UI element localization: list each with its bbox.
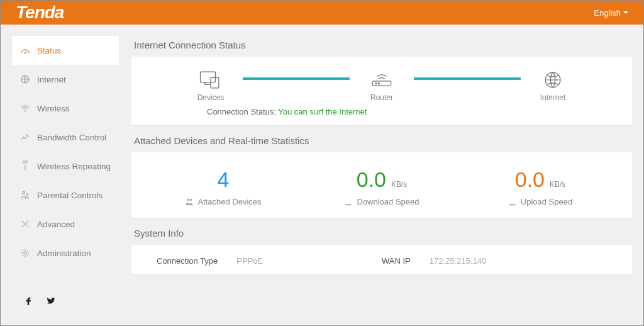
stat-download: 0.0 KB/s Download Speed	[303, 167, 461, 206]
brand-logo: Tenda	[16, 3, 64, 23]
gauge-icon	[19, 45, 31, 56]
svg-point-10	[379, 83, 380, 84]
section-title-stats: Attached Devices and Real-time Statistic…	[134, 135, 632, 146]
topology-diagram: Devices Router Internet	[144, 65, 619, 103]
topology-link-1	[243, 77, 350, 80]
topology-devices-label: Devices	[197, 93, 225, 102]
social-links	[12, 289, 119, 314]
connection-status-text: Connection Status: You can surf the Inte…	[182, 107, 619, 116]
connection-status-card: Devices Router Internet Connection Statu…	[131, 57, 632, 125]
sidebar-item-label: Parental Controls	[37, 191, 103, 200]
stat-attached-devices[interactable]: 4 Attached Devices	[144, 167, 303, 206]
sysinfo-wan-ip-value: 172.25.215.140	[430, 256, 486, 266]
svg-point-4	[26, 194, 28, 196]
sidebar-item-label: Status	[37, 46, 61, 55]
sysinfo-wan-ip: WAN IP 172.25.215.140	[382, 256, 607, 266]
download-icon	[344, 198, 353, 206]
sidebar-item-repeating[interactable]: Wireless Repeating	[12, 152, 119, 181]
stat-upload-unit: KB/s	[550, 180, 565, 189]
stat-download-label: Download Speed	[357, 197, 419, 206]
topology-internet: Internet	[525, 69, 581, 102]
language-label: English	[594, 8, 621, 18]
sidebar-item-label: Advanced	[37, 220, 75, 229]
topology-router-label: Router	[370, 93, 393, 102]
tools-icon	[19, 218, 31, 230]
sysinfo-conn-type: Connection Type PPPoE	[157, 256, 382, 266]
connection-status-value: You can surf the Internet	[278, 107, 367, 116]
sidebar-item-parental[interactable]: Parental Controls	[12, 181, 119, 210]
stat-download-value: 0.0	[357, 167, 386, 192]
upload-icon	[508, 198, 517, 206]
topology-internet-label: Internet	[540, 93, 566, 102]
main-content: Internet Connection Status Devices Route…	[131, 36, 632, 314]
chevron-down-icon	[623, 11, 628, 14]
sidebar-item-label: Bandwidth Control	[37, 133, 106, 142]
svg-rect-6	[201, 72, 216, 82]
language-selector[interactable]: English	[594, 8, 628, 18]
chart-icon	[19, 132, 31, 143]
topology-devices: Devices	[182, 69, 239, 102]
family-icon	[19, 189, 31, 201]
wifi-icon	[19, 103, 31, 114]
connection-status-label: Connection Status:	[207, 107, 276, 116]
sidebar-item-administration[interactable]: Administration	[12, 239, 119, 267]
topology-router: Router	[353, 69, 410, 102]
twitter-icon[interactable]	[46, 296, 56, 308]
sidebar-item-internet[interactable]: Internet	[12, 65, 119, 94]
section-title-connection: Internet Connection Status	[134, 40, 632, 50]
svg-point-2	[25, 111, 26, 112]
svg-point-9	[375, 83, 377, 84]
users-icon	[185, 198, 194, 206]
stat-upload-label: Upload Speed	[521, 197, 572, 206]
sidebar-item-label: Wireless	[37, 104, 70, 113]
sidebar-item-wireless[interactable]: Wireless	[12, 94, 119, 123]
globe-icon	[19, 74, 31, 85]
stat-attached-value: 4	[218, 167, 230, 192]
gear-icon	[19, 247, 31, 259]
svg-point-3	[23, 191, 25, 194]
sysinfo-wan-ip-label: WAN IP	[382, 256, 411, 266]
stat-attached-label: Attached Devices	[197, 197, 261, 206]
sysinfo-card: Connection Type PPPoE WAN IP 172.25.215.…	[131, 245, 632, 274]
stats-card: 4 Attached Devices 0.0 KB/s Download Spe…	[131, 152, 632, 218]
section-title-sysinfo: System Info	[134, 228, 632, 239]
svg-rect-7	[211, 77, 219, 87]
stat-download-unit: KB/s	[391, 180, 407, 189]
antenna-icon	[19, 160, 31, 172]
svg-point-5	[24, 252, 27, 255]
sidebar-item-status[interactable]: Status	[12, 36, 119, 65]
sidebar-item-label: Wireless Repeating	[37, 162, 111, 171]
sidebar-item-advanced[interactable]: Advanced	[12, 210, 119, 239]
sidebar: Status Internet Wireless Bandwidth Contr…	[12, 36, 119, 314]
top-bar: Tenda English	[1, 1, 643, 25]
sysinfo-conn-type-value: PPPoE	[236, 256, 263, 266]
topology-link-2	[414, 77, 521, 80]
sidebar-item-label: Administration	[37, 249, 91, 258]
sidebar-item-bandwidth[interactable]: Bandwidth Control	[12, 123, 119, 152]
stat-upload-value: 0.0	[515, 167, 545, 192]
facebook-icon[interactable]	[23, 296, 33, 308]
sidebar-item-label: Internet	[37, 75, 66, 84]
stat-upload: 0.0 KB/s Upload Speed	[461, 167, 619, 206]
sysinfo-conn-type-label: Connection Type	[157, 256, 218, 266]
